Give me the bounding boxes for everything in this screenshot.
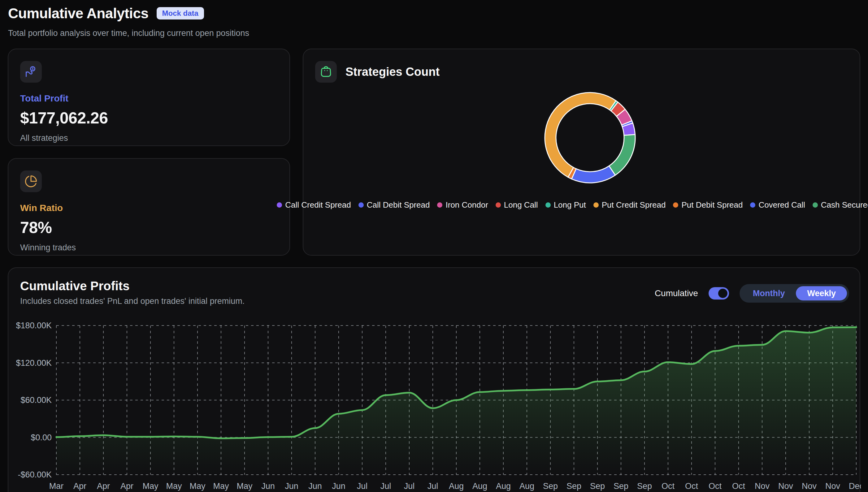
x-axis-label: Jun bbox=[308, 482, 322, 491]
legend-item[interactable]: Long Call bbox=[496, 200, 538, 210]
x-axis-label: Oct bbox=[685, 482, 698, 491]
legend-dot bbox=[277, 202, 282, 207]
y-axis-label: $180.00K bbox=[16, 321, 52, 330]
win-ratio-value: 78% bbox=[20, 218, 278, 237]
legend-item[interactable]: Covered Call bbox=[750, 200, 805, 210]
x-axis-label: Oct bbox=[708, 482, 722, 491]
cumulative-profits-card: Cumulative Profits Includes closed trade… bbox=[8, 267, 860, 492]
x-axis-label: Sep bbox=[590, 482, 605, 491]
legend-label: Iron Condor bbox=[445, 200, 488, 210]
legend-label: Call Credit Spread bbox=[285, 200, 351, 210]
legend-dot bbox=[673, 202, 678, 207]
pie-chart-icon bbox=[20, 171, 42, 192]
win-ratio-label: Win Ratio bbox=[20, 203, 278, 213]
legend-item[interactable]: Call Debit Spread bbox=[359, 200, 430, 210]
x-axis-label: Nov bbox=[778, 482, 793, 491]
x-axis-label: Jul bbox=[381, 482, 391, 491]
x-axis-label: Jun bbox=[332, 482, 345, 491]
total-profit-sub: All strategies bbox=[20, 133, 278, 143]
svg-text:$: $ bbox=[32, 67, 34, 71]
donut-segment[interactable] bbox=[609, 134, 635, 175]
strategies-donut-chart bbox=[304, 49, 861, 256]
legend-dot bbox=[750, 202, 755, 207]
x-axis-label: May bbox=[213, 482, 229, 491]
x-axis-label: Sep bbox=[566, 482, 581, 491]
legend-item[interactable]: Call Credit Spread bbox=[277, 200, 351, 210]
x-axis-label: Jul bbox=[428, 482, 438, 491]
x-axis-label: Nov bbox=[802, 482, 817, 491]
legend-label: Long Put bbox=[554, 200, 586, 210]
y-axis-label: $60.00K bbox=[20, 395, 52, 405]
x-axis-label: Apr bbox=[97, 482, 110, 491]
total-profit-value: $177,062.26 bbox=[20, 108, 278, 127]
legend-item[interactable]: Put Debit Spread bbox=[673, 200, 743, 210]
strategies-legend: Call Credit SpreadCall Debit SpreadIron … bbox=[304, 200, 860, 210]
win-ratio-sub: Winning trades bbox=[20, 243, 278, 252]
legend-dot bbox=[437, 202, 442, 207]
legend-item[interactable]: Cash Secured Put bbox=[813, 200, 868, 210]
legend-dot bbox=[496, 202, 501, 207]
y-axis-label: $0.00 bbox=[31, 433, 52, 442]
legend-item[interactable]: Long Put bbox=[546, 200, 586, 210]
legend-label: Covered Call bbox=[758, 200, 805, 210]
x-axis-label: May bbox=[166, 482, 182, 491]
legend-dot bbox=[594, 202, 599, 207]
x-axis-label: Aug bbox=[449, 482, 464, 491]
legend-item[interactable]: Put Credit Spread bbox=[594, 200, 666, 210]
x-axis-label: Oct bbox=[732, 482, 745, 491]
x-axis-label: Sep bbox=[637, 482, 652, 491]
x-axis-label: Aug bbox=[473, 482, 487, 491]
legend-label: Call Debit Spread bbox=[367, 200, 430, 210]
x-axis-label: Jun bbox=[261, 482, 275, 491]
x-axis-label: Mar bbox=[49, 482, 64, 491]
x-axis-label: May bbox=[237, 482, 252, 491]
x-axis-label: Jul bbox=[404, 482, 415, 491]
legend-label: Long Call bbox=[504, 200, 538, 210]
legend-dot bbox=[813, 202, 818, 207]
legend-dot bbox=[546, 202, 551, 207]
legend-label: Cash Secured Put bbox=[821, 200, 868, 210]
x-axis-label: Nov bbox=[825, 482, 840, 491]
x-axis-label: Apr bbox=[73, 482, 87, 491]
cumulative-profits-chart: $180.00K$120.00K$60.00K$0.00-$60.00KMarA… bbox=[8, 268, 861, 492]
x-axis-label: Apr bbox=[120, 482, 134, 491]
x-axis-label: May bbox=[142, 482, 159, 491]
x-axis-label: Sep bbox=[613, 482, 628, 491]
x-axis-label: Sep bbox=[543, 482, 558, 491]
page-title: Cumulative Analytics bbox=[8, 5, 149, 22]
total-profit-card: $ Total Profit $177,062.26 All strategie… bbox=[8, 49, 290, 146]
y-axis-label: -$60.00K bbox=[18, 470, 52, 479]
x-axis-label: Jul bbox=[357, 482, 368, 491]
y-axis-label: $120.00K bbox=[16, 358, 52, 368]
win-ratio-card: Win Ratio 78% Winning trades bbox=[8, 158, 290, 255]
mock-data-badge: Mock data bbox=[156, 7, 204, 20]
x-axis-label: Jun bbox=[285, 482, 298, 491]
x-axis-label: Oct bbox=[661, 482, 675, 491]
page-subtitle: Total portfolio analysis over time, incl… bbox=[8, 28, 249, 38]
hand-coin-icon: $ bbox=[20, 61, 42, 82]
legend-label: Put Credit Spread bbox=[602, 200, 666, 210]
page-header: Cumulative Analytics Mock data Total por… bbox=[8, 5, 249, 38]
legend-label: Put Debit Spread bbox=[681, 200, 743, 210]
total-profit-label: Total Profit bbox=[20, 93, 278, 104]
strategies-count-card: Strategies Count Call Credit SpreadCall … bbox=[303, 49, 860, 255]
x-axis-label: May bbox=[189, 482, 206, 491]
legend-item[interactable]: Iron Condor bbox=[437, 200, 488, 210]
legend-dot bbox=[359, 202, 364, 207]
donut-segment[interactable] bbox=[572, 166, 616, 183]
donut-segment[interactable] bbox=[545, 93, 616, 177]
x-axis-label: Aug bbox=[520, 482, 534, 491]
x-axis-label: Dec bbox=[849, 482, 861, 491]
x-axis-label: Aug bbox=[496, 482, 511, 491]
x-axis-label: Nov bbox=[755, 482, 770, 491]
